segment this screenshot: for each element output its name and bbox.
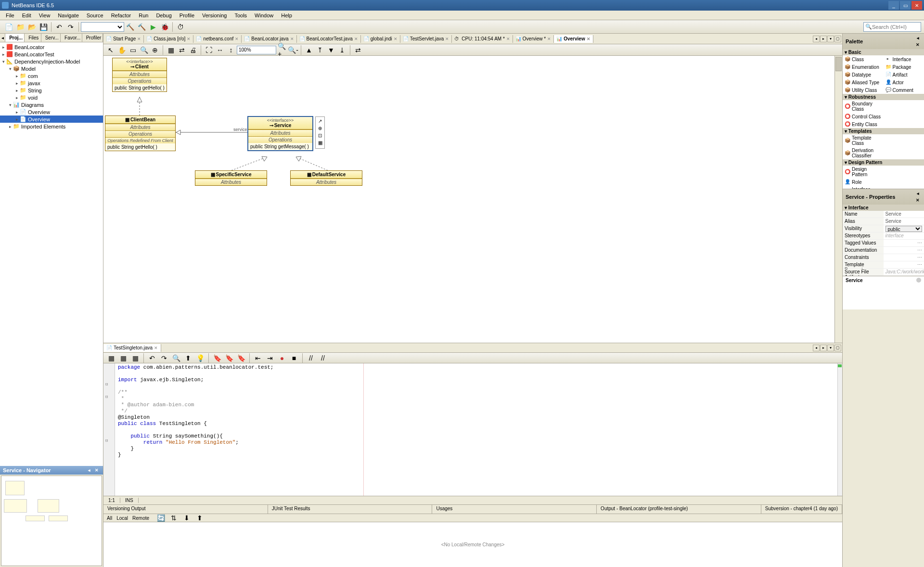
tree-item[interactable]: ▸📄Overview bbox=[0, 116, 103, 123]
project-tab[interactable]: Profiler bbox=[82, 34, 103, 42]
tree-item[interactable]: ▸🟥BeanLocatorTest bbox=[0, 51, 103, 58]
overview-icon[interactable]: ▦ bbox=[167, 46, 175, 54]
zoom-int-icon[interactable]: 🔍 bbox=[140, 46, 148, 54]
tab-close-icon[interactable]: ✕ bbox=[445, 37, 449, 41]
new-project-icon[interactable]: 📁 bbox=[15, 22, 25, 32]
project-tab[interactable]: Proj... bbox=[5, 34, 25, 42]
history-icon[interactable]: ▦ bbox=[118, 353, 128, 363]
refresh-icon[interactable]: 🔄 bbox=[156, 513, 166, 523]
navigator-minimize-icon[interactable]: ◂ bbox=[86, 467, 92, 474]
editor-tab[interactable]: 📄global.jndi✕ bbox=[361, 35, 400, 43]
palette-item[interactable]: 📦Aliased Type bbox=[843, 78, 884, 86]
move-backward-icon[interactable]: ⤓ bbox=[338, 46, 346, 54]
tab-maximize[interactable]: ▢ bbox=[834, 36, 841, 42]
tab-maximize[interactable]: ▢ bbox=[834, 345, 841, 351]
design-icon[interactable]: ▦ bbox=[130, 353, 140, 363]
output-tab[interactable]: Usages bbox=[432, 505, 597, 514]
tree-arrow-icon[interactable]: ▾ bbox=[8, 103, 13, 107]
uml-context-palette[interactable]: ↗ ⊕ ⊡ ▦ bbox=[315, 116, 325, 149]
tab-scroll-left[interactable]: ◂ bbox=[813, 36, 820, 42]
macro-stop-icon[interactable]: ■ bbox=[289, 353, 299, 363]
nav-link-icon[interactable]: ⊕ bbox=[151, 46, 159, 54]
property-value[interactable]: ⋯ bbox=[884, 261, 924, 268]
property-select[interactable]: public bbox=[886, 226, 923, 232]
tab-close-icon[interactable]: ✕ bbox=[394, 37, 398, 41]
project-tree[interactable]: ▸🟥BeanLocator▸🟥BeanLocatorTest▾📐Dependen… bbox=[0, 42, 103, 466]
property-value[interactable]: Service bbox=[884, 211, 924, 218]
tree-arrow-icon[interactable]: ▸ bbox=[1, 45, 6, 50]
palette-item[interactable]: ⭕Control Class bbox=[843, 113, 884, 120]
error-stripe[interactable] bbox=[837, 363, 842, 496]
config-combo[interactable] bbox=[81, 22, 124, 32]
ellipsis-button[interactable]: ⋯ bbox=[917, 255, 922, 260]
palette-item[interactable]: 📁Package bbox=[884, 63, 924, 71]
navigator-close-icon[interactable]: ✕ bbox=[93, 467, 100, 474]
tab-close-icon[interactable]: ✕ bbox=[187, 37, 191, 41]
navigator-thumbnail[interactable] bbox=[1, 476, 102, 566]
property-row[interactable]: Documentation⋯ bbox=[843, 247, 924, 254]
palette-item[interactable]: ⚬Interface bbox=[884, 55, 924, 63]
restore-button[interactable]: ▭ bbox=[900, 1, 911, 10]
editor-tab[interactable]: 📄TestServlet.java✕ bbox=[400, 35, 452, 43]
tree-arrow-icon[interactable]: ▸ bbox=[8, 124, 13, 129]
palette-item[interactable]: 📦Class bbox=[843, 55, 884, 63]
property-row[interactable]: Tagged Values⋯ bbox=[843, 240, 924, 247]
property-row[interactable]: NameService bbox=[843, 211, 924, 218]
palette-category[interactable]: ▾ Design Pattern bbox=[843, 159, 924, 166]
layout-icon[interactable]: ⇄ bbox=[354, 46, 362, 54]
tab-close-icon[interactable]: ✕ bbox=[235, 37, 239, 41]
menu-window[interactable]: Window bbox=[251, 12, 277, 19]
props-minimize-icon[interactable]: ◂ bbox=[914, 190, 921, 197]
menu-help[interactable]: Help bbox=[277, 12, 296, 19]
code-content[interactable]: package com.abien.patterns.util.beanloca… bbox=[103, 363, 842, 459]
menu-navigate[interactable]: Navigate bbox=[54, 12, 82, 19]
tree-arrow-icon[interactable]: ▾ bbox=[8, 66, 13, 71]
search-input[interactable] bbox=[872, 24, 919, 30]
output-tab[interactable]: JUnit Test Results bbox=[268, 505, 433, 514]
editor-tab[interactable]: 📄BeanLocatorTest.java✕ bbox=[297, 35, 361, 43]
tree-arrow-icon[interactable]: ▸ bbox=[14, 74, 20, 78]
uml-default-service[interactable]: ▦ DefaultService Attributes bbox=[290, 170, 362, 186]
menu-view[interactable]: View bbox=[35, 12, 54, 19]
property-value[interactable]: Service bbox=[884, 218, 924, 225]
palette-category[interactable]: ▾ Templates bbox=[843, 128, 924, 134]
tab-close-icon[interactable]: ✕ bbox=[587, 37, 590, 41]
palette-item[interactable]: 👤Actor bbox=[884, 78, 924, 86]
close-button[interactable]: ✕ bbox=[911, 1, 922, 10]
menu-file[interactable]: File bbox=[2, 12, 18, 19]
minimize-button[interactable]: _ bbox=[888, 1, 899, 10]
build-icon[interactable]: 🔨 bbox=[125, 22, 135, 32]
property-row[interactable]: Template Parameters⋯ bbox=[843, 261, 924, 269]
palette-item[interactable]: 📦Utility Class bbox=[843, 86, 884, 94]
redo-icon[interactable]: ↷ bbox=[66, 22, 76, 32]
search-box[interactable]: 🔍 bbox=[863, 22, 921, 32]
tab-scroll-right[interactable]: ▸ bbox=[820, 345, 827, 351]
tree-item[interactable]: ▸📁String bbox=[0, 87, 103, 94]
property-value[interactable]: public bbox=[884, 225, 924, 232]
tab-list[interactable]: ▾ bbox=[827, 36, 834, 42]
clean-build-icon[interactable]: 🔨 bbox=[137, 22, 146, 32]
menu-source[interactable]: Source bbox=[83, 12, 107, 19]
zoom-marquee-icon[interactable]: ▭ bbox=[128, 46, 137, 54]
palette-item[interactable]: 💬Comment bbox=[884, 86, 924, 94]
select-icon[interactable]: ↖ bbox=[106, 46, 115, 54]
find-prev-icon[interactable]: ⬆ bbox=[183, 353, 193, 363]
tab-close-icon[interactable]: ✕ bbox=[547, 37, 551, 41]
pan-icon[interactable]: ✋ bbox=[117, 46, 126, 54]
toggle-hl-icon[interactable]: 💡 bbox=[195, 353, 205, 363]
editor-tab[interactable]: 📊Overview *✕ bbox=[513, 35, 554, 43]
palette-item[interactable]: ⭕Design Pattern bbox=[843, 166, 884, 178]
property-row[interactable]: Visibilitypublic bbox=[843, 225, 924, 232]
diagram-scrollbar[interactable] bbox=[834, 56, 842, 343]
save-all-icon[interactable]: 💾 bbox=[38, 22, 48, 32]
tree-item[interactable]: ▸📁javax bbox=[0, 79, 103, 87]
next-bookmark-icon[interactable]: 🔖 bbox=[224, 353, 234, 363]
output-mode-all[interactable]: All bbox=[105, 515, 114, 521]
prev-icon[interactable]: ↶ bbox=[147, 353, 157, 363]
menu-edit[interactable]: Edit bbox=[18, 12, 35, 19]
relationship-icon[interactable]: ⇄ bbox=[178, 46, 186, 54]
update-icon[interactable]: ⬇ bbox=[182, 513, 192, 523]
tree-arrow-icon[interactable]: ▸ bbox=[14, 110, 20, 115]
uncomment-icon[interactable]: // bbox=[318, 353, 328, 363]
property-value[interactable]: ⋯ bbox=[884, 254, 924, 261]
